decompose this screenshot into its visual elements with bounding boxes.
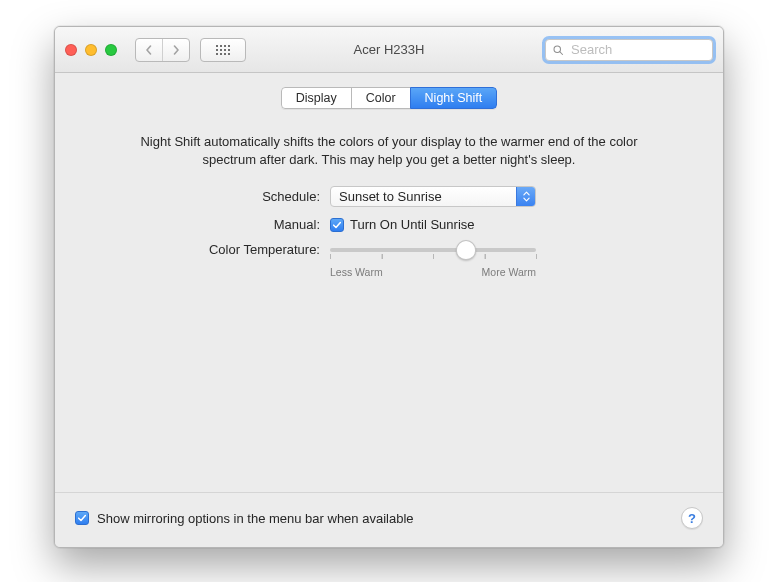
- manual-checkbox-label: Turn On Until Sunrise: [350, 217, 475, 232]
- preferences-window: Acer H233H Display Color Night Shift Nig…: [54, 26, 724, 548]
- manual-label: Manual:: [75, 217, 330, 232]
- select-stepper-icon: [516, 187, 535, 206]
- help-button[interactable]: ?: [681, 507, 703, 529]
- search-field[interactable]: [545, 39, 713, 61]
- mirroring-label: Show mirroring options in the menu bar w…: [97, 511, 414, 526]
- chevron-left-icon: [144, 45, 154, 55]
- night-shift-description: Night Shift automatically shifts the col…: [119, 133, 659, 168]
- color-temperature-slider[interactable]: Less Warm More Warm: [330, 242, 536, 278]
- slider-max-label: More Warm: [482, 266, 536, 278]
- minimize-window-button[interactable]: [85, 44, 97, 56]
- row-color-temperature: Color Temperature: Less Warm: [75, 242, 703, 278]
- slider-track: [330, 248, 536, 252]
- slider-range-labels: Less Warm More Warm: [330, 266, 536, 278]
- schedule-select[interactable]: Sunset to Sunrise: [330, 186, 536, 207]
- schedule-value: Sunset to Sunrise: [331, 189, 516, 204]
- show-all-button[interactable]: [200, 38, 246, 62]
- row-manual: Manual: Turn On Until Sunrise: [75, 217, 703, 232]
- forward-button[interactable]: [162, 39, 189, 61]
- close-window-button[interactable]: [65, 44, 77, 56]
- svg-line-1: [560, 51, 563, 54]
- zoom-window-button[interactable]: [105, 44, 117, 56]
- color-temperature-label: Color Temperature:: [75, 242, 330, 257]
- window-controls: [65, 44, 117, 56]
- tab-display[interactable]: Display: [281, 87, 352, 109]
- search-input[interactable]: [569, 41, 706, 58]
- mirroring-checkbox[interactable]: [75, 511, 89, 525]
- tab-night-shift[interactable]: Night Shift: [410, 87, 498, 109]
- schedule-label: Schedule:: [75, 189, 330, 204]
- tab-bar: Display Color Night Shift: [75, 87, 703, 109]
- manual-checkbox[interactable]: [330, 218, 344, 232]
- back-button[interactable]: [136, 39, 162, 61]
- check-icon: [77, 513, 87, 523]
- row-schedule: Schedule: Sunset to Sunrise: [75, 186, 703, 207]
- chevron-right-icon: [171, 45, 181, 55]
- content-area: Display Color Night Shift Night Shift au…: [55, 73, 723, 492]
- help-icon: ?: [688, 511, 696, 526]
- grid-icon: [216, 45, 230, 55]
- nav-back-forward: [135, 38, 190, 62]
- slider-min-label: Less Warm: [330, 266, 383, 278]
- titlebar: Acer H233H: [55, 27, 723, 73]
- footer: Show mirroring options in the menu bar w…: [55, 492, 723, 547]
- tab-color[interactable]: Color: [351, 87, 411, 109]
- check-icon: [332, 220, 342, 230]
- slider-ticks: [330, 254, 536, 260]
- search-icon: [552, 44, 564, 56]
